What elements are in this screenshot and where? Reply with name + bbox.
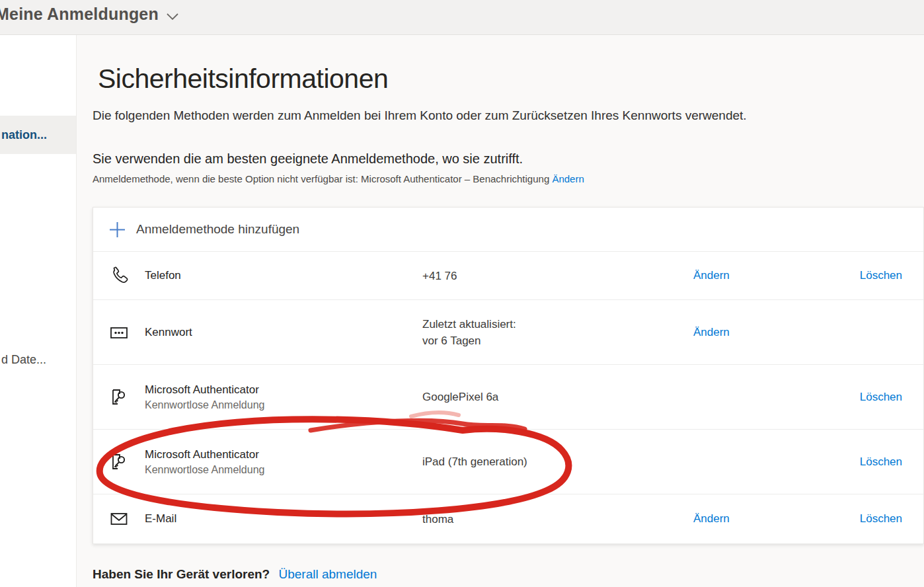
method-value: GooglePixel 6a [422,389,693,405]
add-method-label: Anmeldemethode hinzufügen [136,222,299,237]
method-value: iPad (7th generation) [422,453,693,470]
method-label: Kennwort [145,326,422,339]
method-label: Microsoft Authenticator [145,448,422,461]
main-content: Sicherheitsinformationen Die folgenden M… [77,35,924,587]
delete-link[interactable]: Löschen [860,391,902,403]
method-value: thoma [422,511,693,528]
fallback-change-link[interactable]: Ändern [552,173,584,184]
method-row: Kennwort Zuletzt aktualisiert:vor 6 Tage… [93,300,923,365]
sidebar-item-label: d Date... [1,353,46,367]
method-label: Microsoft Authenticator [145,383,422,397]
method-rows: Telefon +41 76 Ändern Löschen Kennwort Z… [93,252,923,544]
sign-out-everywhere-link[interactable]: Überall abmelden [278,567,377,581]
email-icon [108,508,130,529]
app-title-dropdown[interactable]: Meine Anmeldungen [0,5,178,24]
fallback-method-text: Anmeldemethode, wenn die beste Option ni… [93,173,549,184]
sign-in-methods-card: Anmeldemethode hinzufügen Telefon +41 76… [93,207,924,544]
method-value: Zuletzt aktualisiert:vor 6 Tagen [422,316,693,349]
fallback-method-line: Anmeldemethode, wenn die beste Option ni… [93,173,584,184]
delete-link[interactable]: Löschen [860,455,902,468]
method-value: +41 76 [422,268,693,284]
authenticator-icon [108,451,130,473]
my-signins-page: Meine Anmeldungen nation... d Date... Si… [0,0,924,587]
change-link[interactable]: Ändern [693,326,730,338]
add-method-button[interactable]: Anmeldemethode hinzufügen [93,208,923,252]
method-label: Telefon [145,269,422,282]
sidebar-nav: nation... d Date... [0,35,77,587]
password-icon [108,322,130,343]
authenticator-icon [108,387,130,408]
delete-link[interactable]: Löschen [860,269,902,282]
lost-device-line: Haben Sie Ihr Gerät verloren? Überall ab… [93,567,377,582]
method-row-annotated: Microsoft Authenticator Kennwortlose Anm… [93,430,923,494]
chevron-down-icon [167,13,178,20]
change-link[interactable]: Ändern [693,269,730,282]
method-label: E-Mail [145,512,422,526]
page-title: Sicherheitsinformationen [98,63,388,95]
plus-icon [108,221,126,239]
method-row: E-Mail thoma Ändern Löschen [93,494,923,544]
top-bar: Meine Anmeldungen [0,0,924,35]
method-row: Telefon +41 76 Ändern Löschen [93,252,923,300]
phone-icon [108,265,130,286]
sidebar-item-label: nation... [1,128,47,142]
sidebar-item-security-info[interactable]: nation... [0,116,76,154]
delete-link[interactable]: Löschen [860,512,902,525]
lost-device-question: Haben Sie Ihr Gerät verloren? [93,567,270,581]
page-subtitle: Die folgenden Methoden werden zum Anmeld… [93,108,853,123]
method-sublabel: Kennwortlose Anmeldung [145,399,422,411]
app-title: Meine Anmeldungen [0,5,159,24]
best-method-heading: Sie verwenden die am besten geeignete An… [93,151,523,167]
method-row: Microsoft Authenticator Kennwortlose Anm… [93,365,923,430]
method-sublabel: Kennwortlose Anmeldung [145,464,422,476]
change-link[interactable]: Ändern [693,512,730,525]
sidebar-item-devices[interactable]: d Date... [0,340,76,379]
